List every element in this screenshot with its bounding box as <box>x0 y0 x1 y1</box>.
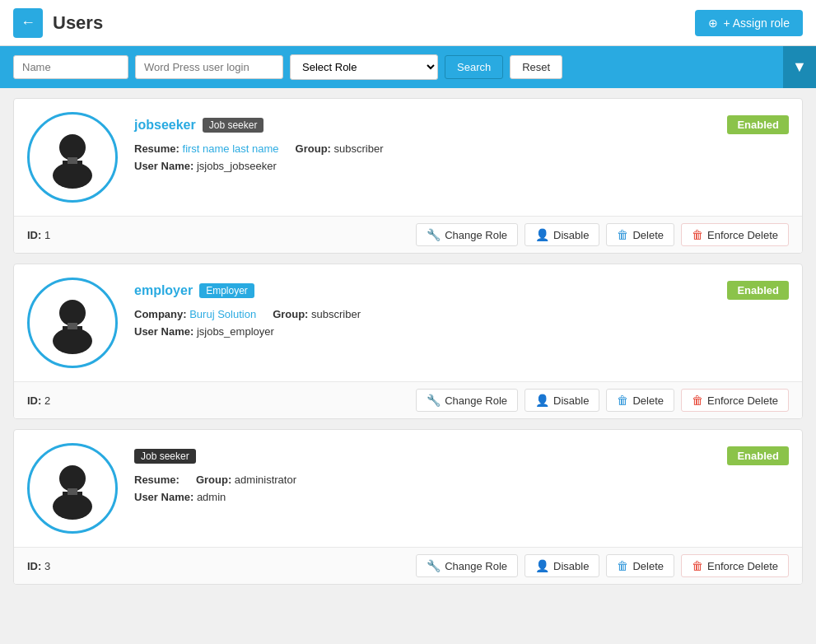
avatar <box>27 278 118 368</box>
group-label: Group: <box>273 308 311 320</box>
group-item: Group: subscriber <box>296 142 384 155</box>
resume-item: Resume: first name last name <box>134 142 279 155</box>
role-badge: Job seeker <box>134 449 196 464</box>
change-role-icon: 🔧 <box>427 394 441 407</box>
assign-role-label: + Assign role <box>723 16 790 30</box>
company-value: Buruj Solution <box>189 308 256 320</box>
search-button[interactable]: Search <box>445 55 503 79</box>
resume-value: first name last name <box>183 142 279 155</box>
change-role-label: Change Role <box>445 560 507 572</box>
username-label: User Name: <box>134 160 197 172</box>
company-label: Company: <box>134 308 189 320</box>
username-val: jsjobs_jobseeker <box>197 160 277 172</box>
enforce-delete-label: Enforce Delete <box>707 560 778 572</box>
enforce-delete-label: Enforce Delete <box>707 229 778 241</box>
enforce-delete-button[interactable]: 🗑 Enforce Delete <box>681 554 789 577</box>
delete-button[interactable]: 🗑 Delete <box>606 554 674 577</box>
user-card: jobseeker Job seeker Enabled Resume: fir… <box>13 98 803 254</box>
group-value: administrator <box>235 474 296 486</box>
meta-row-2: User Name: admin <box>134 491 789 503</box>
user-card: Job seeker Enabled Resume: Group: admini… <box>13 429 803 585</box>
meta-row: Resume: Group: administrator <box>134 474 789 486</box>
login-input[interactable] <box>135 55 283 79</box>
name-input[interactable] <box>13 55 128 79</box>
username-text: jobseeker <box>134 118 196 133</box>
delete-icon: 🗑 <box>617 559 628 572</box>
enforce-delete-icon: 🗑 <box>692 394 703 407</box>
group-label: Group: <box>196 474 235 486</box>
content: jobseeker Job seeker Enabled Resume: fir… <box>0 88 816 595</box>
svg-rect-3 <box>68 157 77 164</box>
avatar-icon <box>40 124 105 190</box>
delete-icon: 🗑 <box>617 228 628 241</box>
back-button[interactable]: ← <box>13 8 43 38</box>
enforce-delete-button[interactable]: 🗑 Enforce Delete <box>681 223 789 246</box>
action-row: ID: 1 🔧 Change Role 👤 Disable 🗑 Delete 🗑… <box>14 216 802 253</box>
chevron-down-icon: ▼ <box>792 58 807 76</box>
change-role-icon: 🔧 <box>427 228 441 241</box>
status-badge: Enabled <box>727 281 789 300</box>
disable-icon: 👤 <box>535 394 549 407</box>
plus-icon: ⊕ <box>708 16 718 30</box>
disable-icon: 👤 <box>535 228 549 241</box>
resume-label: Resume: <box>134 474 180 486</box>
username-text: employer <box>134 283 193 298</box>
reset-button[interactable]: Reset <box>510 55 562 79</box>
resume-item: Resume: <box>134 474 180 486</box>
delete-label: Delete <box>632 229 664 241</box>
user-meta: Resume: first name last name Group: subs… <box>134 142 789 172</box>
header-left: ← Users <box>13 8 103 38</box>
user-meta: Company: Buruj Solution Group: subscribe… <box>134 308 789 338</box>
resume-label: Resume: <box>134 142 183 155</box>
user-details: Job seeker Enabled Resume: Group: admini… <box>134 443 789 534</box>
change-role-button[interactable]: 🔧 Change Role <box>416 389 518 412</box>
delete-label: Delete <box>632 394 664 407</box>
change-role-button[interactable]: 🔧 Change Role <box>416 223 518 246</box>
enforce-delete-button[interactable]: 🗑 Enforce Delete <box>681 389 789 412</box>
role-badge: Job seeker <box>203 118 264 133</box>
delete-button[interactable]: 🗑 Delete <box>606 223 674 246</box>
user-name-row-left: jobseeker Job seeker <box>134 118 263 133</box>
username-item: User Name: admin <box>134 491 226 503</box>
id-text: ID: 1 <box>27 229 409 241</box>
action-row: ID: 2 🔧 Change Role 👤 Disable 🗑 Delete 🗑… <box>14 381 802 418</box>
username-item: User Name: jsjobs_jobseeker <box>134 160 277 172</box>
delete-button[interactable]: 🗑 Delete <box>606 389 674 412</box>
action-row: ID: 3 🔧 Change Role 👤 Disable 🗑 Delete 🗑… <box>14 547 802 584</box>
assign-role-button[interactable]: ⊕ + Assign role <box>695 10 803 36</box>
svg-point-8 <box>59 465 86 492</box>
user-details: jobseeker Job seeker Enabled Resume: fir… <box>134 112 789 203</box>
id-value: 3 <box>44 560 50 572</box>
disable-button[interactable]: 👤 Disable <box>525 389 599 412</box>
username-val: admin <box>197 491 226 503</box>
back-icon: ← <box>21 14 35 31</box>
user-info: employer Employer Enabled Company: Buruj… <box>14 264 802 381</box>
role-select[interactable]: Select Role Job seeker Employer Administ… <box>290 54 438 80</box>
collapse-button[interactable]: ▼ <box>783 46 816 88</box>
change-role-button[interactable]: 🔧 Change Role <box>416 554 518 577</box>
user-details: employer Employer Enabled Company: Buruj… <box>134 278 789 368</box>
enforce-delete-icon: 🗑 <box>692 228 703 241</box>
svg-rect-11 <box>68 488 77 495</box>
username-val: jsjobs_employer <box>197 325 274 338</box>
status-badge: Enabled <box>727 446 789 465</box>
user-name-row: Job seeker Enabled <box>134 446 789 465</box>
disable-label: Disable <box>553 229 589 241</box>
search-bar: Select Role Job seeker Employer Administ… <box>0 46 816 88</box>
page-title: Users <box>53 12 103 34</box>
disable-button[interactable]: 👤 Disable <box>525 223 599 246</box>
delete-icon: 🗑 <box>617 394 628 407</box>
svg-point-0 <box>59 134 86 161</box>
change-role-label: Change Role <box>445 394 507 407</box>
delete-label: Delete <box>632 560 664 572</box>
change-role-icon: 🔧 <box>427 559 441 572</box>
user-name-row: employer Employer Enabled <box>134 281 789 300</box>
user-name-row-left: employer Employer <box>134 283 254 298</box>
disable-label: Disable <box>553 560 589 572</box>
avatar <box>27 443 118 534</box>
disable-button[interactable]: 👤 Disable <box>525 554 599 577</box>
id-value: 2 <box>44 394 50 407</box>
username-label: User Name: <box>134 491 197 503</box>
role-badge: Employer <box>199 283 254 298</box>
meta-row-2: User Name: jsjobs_employer <box>134 325 789 338</box>
